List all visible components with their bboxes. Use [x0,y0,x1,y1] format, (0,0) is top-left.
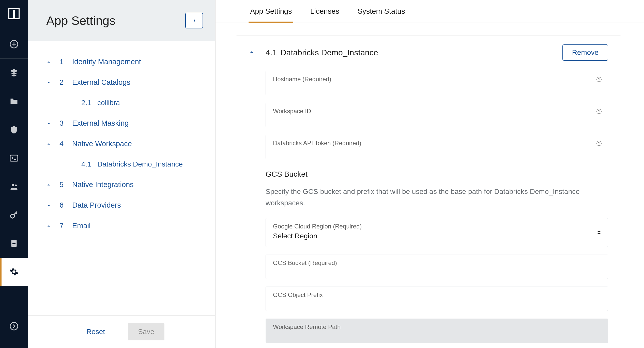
nav-item-label: External Catalogs [72,78,130,87]
nav-item-label: External Masking [72,119,129,127]
nav-databricks-demo-instance[interactable]: 4.1 Databricks Demo_Instance [81,154,215,174]
gcs-bucket-title: GCS Bucket [266,170,608,178]
remote-path-field: Workspace Remote Path [266,319,608,343]
nav-external-masking[interactable]: 3 External Masking [28,113,215,134]
nav-native-workspace[interactable]: 4 Native Workspace [28,134,215,154]
nav-item-label: Identity Management [72,58,141,66]
side-panel-header: App Settings [28,0,215,41]
svg-point-4 [11,214,14,218]
notes-icon[interactable] [0,229,28,258]
chevron-up-icon [46,202,52,208]
next-icon[interactable] [0,312,28,340]
side-panel: App Settings 1 Identity Management 2 Ext… [28,0,216,348]
layers-icon[interactable] [0,59,28,87]
app-logo [8,8,20,20]
folder-icon[interactable] [0,87,28,115]
collapse-panel-button[interactable] [185,13,203,28]
key-icon[interactable] [0,201,28,229]
content-scroll[interactable]: 4.1 Databricks Demo_Instance Remove Host… [216,23,644,348]
chevron-up-icon [46,120,52,126]
side-panel-footer: Reset Save [28,315,215,348]
chevron-up-icon [46,59,52,65]
svg-point-2 [12,184,14,186]
nav-email[interactable]: 7 Email [28,216,215,236]
databricks-section: 4.1 Databricks Demo_Instance Remove Host… [236,36,621,348]
chevron-left-icon [192,18,196,23]
api-token-field[interactable]: Databricks API Token (Required) [266,135,608,159]
gcs-prefix-field[interactable]: GCS Object Prefix [266,287,608,311]
people-icon[interactable] [0,172,28,201]
tab-app-settings[interactable]: App Settings [249,0,293,23]
nav-item-label: Data Providers [72,201,121,209]
left-iconbar [0,0,28,348]
settings-icon[interactable] [0,258,28,286]
svg-point-3 [15,185,17,187]
workspace-id-field[interactable]: Workspace ID [266,103,608,127]
help-icon[interactable] [596,141,602,147]
main-area: App Settings Licenses System Status 4.1 … [216,0,644,348]
svg-rect-1 [10,155,18,161]
help-icon[interactable] [596,109,602,115]
tab-licenses[interactable]: Licenses [309,0,341,23]
nav-native-integrations[interactable]: 5 Native Integrations [28,174,215,195]
terminal-icon[interactable] [0,144,28,172]
shield-icon[interactable] [0,115,28,144]
tab-system-status[interactable]: System Status [356,0,407,23]
chevron-up-icon [46,141,52,147]
nav-item-label: Databricks Demo_Instance [97,160,183,168]
region-select[interactable]: Google Cloud Region (Required) Select Re… [266,218,608,247]
nav-item-label: Email [72,222,91,230]
nav-identity-management[interactable]: 1 Identity Management [28,52,215,72]
gcs-bucket-field[interactable]: GCS Bucket (Required) [266,255,608,279]
hostname-field[interactable]: Hostname (Required) [266,71,608,95]
reset-button[interactable]: Reset [79,323,113,340]
chevron-up-icon [46,79,52,86]
nav-item-label: collibra [97,99,120,107]
select-caret-icon [597,230,601,235]
settings-nav[interactable]: 1 Identity Management 2 External Catalog… [28,41,215,315]
gcs-bucket-desc: Specify the GCS bucket and prefix that w… [266,186,608,209]
chevron-up-icon [46,182,52,188]
section-title: 4.1 Databricks Demo_Instance [266,48,378,57]
nav-external-catalogs[interactable]: 2 External Catalogs [28,72,215,93]
save-button: Save [128,323,164,340]
nav-item-label: Native Integrations [72,180,134,189]
top-tabs: App Settings Licenses System Status [216,0,644,23]
chevron-up-icon [46,223,52,229]
help-icon[interactable] [596,77,602,83]
remove-button[interactable]: Remove [562,44,608,61]
nav-item-label: Native Workspace [72,140,132,148]
add-icon[interactable] [0,30,28,58]
panel-title: App Settings [46,14,115,28]
nav-data-providers[interactable]: 6 Data Providers [28,195,215,216]
nav-collibra[interactable]: 2.1 collibra [81,93,215,113]
collapse-section-icon[interactable] [249,49,255,56]
svg-point-6 [10,322,18,330]
